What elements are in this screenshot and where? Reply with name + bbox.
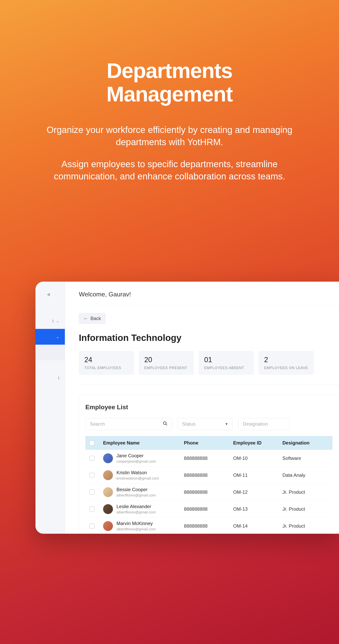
employee-list-section: Employee List Search Status ▼ Designatio… [79, 395, 339, 534]
row-checkbox[interactable] [89, 506, 94, 512]
stat-label: EMPLOYEES PRESENT [144, 366, 188, 370]
status-select-label: Status [182, 421, 195, 427]
employee-email: kristinwatson@gmail.com [117, 476, 159, 480]
stat-card-total: 24 TOTAL EMPLOYEES [79, 351, 134, 375]
sidebar-item[interactable]: t ⌄ [36, 313, 65, 329]
sidebar: « t ⌄ ⌄ t ⌄ [36, 282, 65, 534]
employee-designation: Data Analy [282, 472, 328, 478]
avatar [103, 453, 113, 463]
stat-value: 20 [144, 356, 188, 364]
page-title: Information Technology [79, 332, 339, 343]
sidebar-nav: t ⌄ ⌄ t [36, 313, 65, 386]
employee-email: cooperjane@gmail.com [117, 459, 156, 464]
avatar [103, 487, 113, 497]
hero-section: Departments Management Organize your wor… [0, 0, 339, 182]
avatar [103, 470, 113, 480]
sidebar-item[interactable]: t [36, 370, 65, 386]
stat-label: EMPLOYEES ON LEAVE [264, 366, 308, 370]
employee-name: Marvin McKinney [117, 521, 156, 526]
hero-subtitle-1: Organize your workforce efficiently by c… [36, 124, 303, 148]
hero-title-line2: Management [106, 82, 233, 106]
sidebar-item[interactable] [36, 345, 65, 360]
sidebar-item-active[interactable]: ⌄ [36, 329, 65, 345]
designation-select-label: Designation [243, 421, 268, 427]
employee-id: OM-11 [233, 472, 282, 478]
employee-name: Bessie Cooper [117, 487, 156, 492]
employee-designation: Jr. Product [282, 490, 328, 495]
table-body: Jane Cooper cooperjane@gmail.com 8888888… [85, 450, 332, 534]
employee-id: OM-10 [233, 456, 282, 461]
table-row[interactable]: Jane Cooper cooperjane@gmail.com 8888888… [85, 450, 332, 467]
employee-email: albertflores@gmail.com [117, 510, 156, 514]
hero-title: Departments Management [36, 59, 303, 106]
svg-line-1 [166, 424, 167, 425]
employee-id: OM-14 [233, 523, 282, 529]
stat-card-absent: 01 EMPLOYEES ABSENT [199, 351, 254, 375]
main-content: Welcome, Gaurav! ← Back Information Tech… [65, 282, 339, 534]
hero-subtitle-2: Assign employees to specific departments… [36, 158, 303, 182]
caret-down-icon: ▼ [225, 422, 228, 426]
status-select[interactable]: Status ▼ [178, 418, 233, 430]
back-button[interactable]: ← Back [79, 313, 105, 324]
stat-card-leave: 2 EMPLOYEES ON LEAVE [259, 351, 314, 375]
stat-value: 24 [84, 356, 129, 364]
row-checkbox[interactable] [89, 473, 94, 478]
stat-value: 2 [264, 356, 308, 364]
employee-designation: Jr. Product [282, 523, 328, 529]
chevron-down-icon: ⌄ [56, 334, 59, 339]
employee-name: Jane Cooper [117, 453, 156, 458]
table-row[interactable]: Marvin McKinney albertflores@gmail.com 8… [85, 518, 332, 534]
col-employee-name: Employee Name [103, 440, 184, 446]
stat-value: 01 [204, 356, 248, 364]
col-phone: Phone [184, 440, 233, 446]
designation-select[interactable]: Designation [238, 418, 289, 430]
row-checkbox[interactable] [89, 524, 94, 528]
row-checkbox[interactable] [89, 456, 94, 461]
filter-row: Search Status ▼ Designation [85, 418, 332, 430]
employee-email: albertflores@gmail.com [117, 493, 156, 498]
search-icon [163, 421, 168, 427]
employee-designation: Software [282, 456, 328, 461]
back-button-label: Back [91, 316, 101, 321]
employee-phone: 888888888 [184, 506, 233, 512]
col-designation: Designation [282, 440, 328, 446]
app-window: « t ⌄ ⌄ t ⌄ Welcome, Gaurav! ← Back Info… [36, 282, 339, 534]
stat-label: EMPLOYEES ABSENT [204, 366, 248, 370]
employee-phone: 888888888 [184, 472, 233, 478]
stats-row: 24 TOTAL EMPLOYEES 20 EMPLOYEES PRESENT … [79, 351, 339, 385]
search-placeholder: Search [90, 421, 105, 427]
table-row[interactable]: Leslie Alexander albertflores@gmail.com … [85, 501, 332, 518]
employee-name: Kristin Watson [117, 470, 159, 476]
avatar [103, 521, 113, 531]
employee-id: OM-12 [233, 490, 282, 495]
search-input[interactable]: Search [85, 418, 172, 430]
chevron-down-icon: ⌄ [56, 531, 59, 534]
row-checkbox[interactable] [89, 490, 94, 495]
welcome-text: Welcome, Gaurav! [79, 291, 339, 305]
table-header: Employee Name Phone Employee ID Designat… [85, 436, 332, 450]
employee-name: Leslie Alexander [117, 504, 156, 509]
sidebar-item-bottom[interactable]: ⌄ [36, 526, 65, 534]
select-all-checkbox[interactable] [89, 440, 94, 446]
hero-title-line1: Departments [107, 59, 232, 82]
col-employee-id: Employee ID [233, 440, 282, 446]
arrow-left-icon: ← [83, 316, 88, 321]
employee-list-title: Employee List [85, 404, 332, 411]
employee-phone: 888888888 [184, 523, 233, 529]
employee-table: Employee Name Phone Employee ID Designat… [85, 436, 332, 534]
stat-label: TOTAL EMPLOYEES [84, 366, 129, 370]
table-row[interactable]: Kristin Watson kristinwatson@gmail.com 8… [85, 467, 332, 484]
employee-designation: Jr. Product [282, 506, 328, 512]
employee-phone: 888888888 [184, 456, 233, 461]
employee-email: albertflores@gmail.com [117, 527, 156, 531]
employee-phone: 888888888 [184, 490, 233, 495]
sidebar-collapse-icon[interactable]: « [47, 291, 51, 298]
chevron-down-icon: ⌄ [56, 319, 59, 324]
avatar [103, 504, 113, 514]
stat-card-present: 20 EMPLOYEES PRESENT [139, 351, 194, 375]
employee-id: OM-13 [233, 506, 282, 512]
table-row[interactable]: Bessie Cooper albertflores@gmail.com 888… [85, 484, 332, 501]
